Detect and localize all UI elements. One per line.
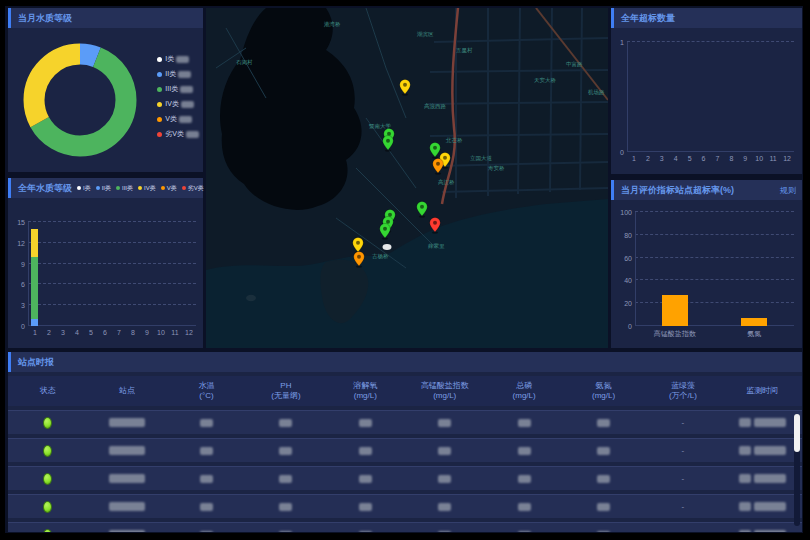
map-label: 石闵村 <box>236 59 253 66</box>
y-tick: 40 <box>624 277 635 284</box>
rate-bar-氨氮[interactable] <box>741 318 767 326</box>
rule-link[interactable]: 规则 <box>780 185 796 196</box>
legend-dot <box>96 186 100 190</box>
cell-高锰酸盐指数 <box>405 475 484 483</box>
year-exceed-chart[interactable]: 01123456789101112 <box>627 42 794 152</box>
map-label: 高江桥 <box>438 179 455 186</box>
map-selected-marker <box>383 244 392 250</box>
legend-item-V类[interactable]: V类 <box>157 114 199 124</box>
table-row[interactable]: - <box>8 438 802 462</box>
col-header-水温: 水温(°C) <box>167 381 246 402</box>
table-row[interactable]: - <box>8 522 802 532</box>
legend-item-IV类[interactable]: IV类 <box>138 184 156 193</box>
x-tick: 高锰酸盐指数 <box>654 329 696 339</box>
legend-label: II类 <box>165 69 176 79</box>
x-tick: 7 <box>117 329 121 336</box>
cell-氨氮 <box>564 419 643 427</box>
legend-label: V类 <box>167 184 177 193</box>
stack-bar-III类[interactable] <box>31 257 38 319</box>
panel-title: 全年水质等级 <box>18 182 72 195</box>
donut-chart[interactable] <box>8 28 158 172</box>
x-tick: 氨氮 <box>747 329 761 339</box>
legend-dot <box>138 186 142 190</box>
table-header-row: 状态站点水温(°C)PH(无量纲)溶解氧(mg/L)高锰酸盐指数(mg/L)总磷… <box>8 376 802 406</box>
cell-监测时间 <box>723 530 802 532</box>
cell-PH <box>246 419 325 427</box>
legend-dot <box>116 186 120 190</box>
cell-PH <box>246 531 325 533</box>
legend-item-劣V类[interactable]: 劣V类 <box>182 184 204 193</box>
cell-高锰酸盐指数 <box>405 419 484 427</box>
table-row[interactable]: - <box>8 494 802 518</box>
redacted-value <box>359 447 372 455</box>
month-rate-chart[interactable]: 020406080100高锰酸盐指数氨氮 <box>635 212 794 326</box>
legend-dot <box>77 186 81 190</box>
legend-label: 劣V类 <box>165 129 184 139</box>
panel-month-quality-header: 当月水质等级 <box>8 8 203 28</box>
y-tick: 9 <box>21 260 28 267</box>
y-tick: 0 <box>21 323 28 330</box>
map-label: 薛家里 <box>428 243 445 249</box>
legend-label: 劣V类 <box>188 184 204 193</box>
cell-高锰酸盐指数 <box>405 503 484 511</box>
legend-label: I类 <box>83 184 91 193</box>
redacted-value <box>279 447 292 455</box>
col-header-溶解氧: 溶解氧(mg/L) <box>326 381 405 402</box>
legend-item-II类[interactable]: II类 <box>96 184 111 193</box>
redacted-value <box>597 503 610 511</box>
x-tick: 5 <box>89 329 93 336</box>
col-header-蓝绿藻: 蓝绿藻(万个/L) <box>643 381 722 402</box>
redacted-value <box>181 101 194 108</box>
panel-year-exceed: 全年超标数量 01123456789101112 <box>611 8 802 174</box>
x-tick: 6 <box>702 155 706 162</box>
stack-bar-IV类[interactable] <box>31 229 38 257</box>
cell-蓝绿藻: - <box>643 502 722 511</box>
year-quality-chart[interactable]: 03691215123456789101112 <box>28 222 196 326</box>
x-tick: 9 <box>145 329 149 336</box>
redacted-value <box>200 447 213 455</box>
legend-dot <box>157 117 162 122</box>
x-tick: 1 <box>33 329 37 336</box>
cell-蓝绿藻: - <box>643 446 722 455</box>
redacted-value <box>754 418 786 427</box>
redacted-value <box>739 502 751 511</box>
cell-氨氮 <box>564 531 643 533</box>
legend-item-I类[interactable]: I类 <box>77 184 91 193</box>
legend-item-III类[interactable]: III类 <box>116 184 133 193</box>
legend-item-III类[interactable]: III类 <box>157 84 199 94</box>
table-row[interactable]: - <box>8 466 802 490</box>
legend-item-I类[interactable]: I类 <box>157 54 199 64</box>
col-header-监测时间: 监测时间 <box>723 386 802 396</box>
stack-bar-II类[interactable] <box>31 319 38 326</box>
redacted-value <box>597 447 610 455</box>
redacted-value <box>518 419 531 427</box>
rate-bar-高锰酸盐指数[interactable] <box>662 295 688 326</box>
map-island <box>246 295 256 301</box>
redacted-value <box>754 474 786 483</box>
panel-station-table: 站点时报 状态站点水温(°C)PH(无量纲)溶解氧(mg/L)高锰酸盐指数(mg… <box>8 352 802 532</box>
redacted-value <box>279 475 292 483</box>
redacted-value <box>739 474 751 483</box>
legend-item-II类[interactable]: II类 <box>157 69 199 79</box>
y-tick: 6 <box>21 281 28 288</box>
legend-label: III类 <box>165 84 178 94</box>
table-row[interactable]: - <box>8 410 802 434</box>
x-tick: 5 <box>688 155 692 162</box>
redacted-value <box>200 419 213 427</box>
redacted-value <box>180 86 193 93</box>
x-tick: 9 <box>743 155 747 162</box>
table-scrollbar-thumb[interactable] <box>794 414 800 452</box>
legend-item-IV类[interactable]: IV类 <box>157 99 199 109</box>
legend-dot <box>157 132 162 137</box>
cell-状态 <box>8 417 87 429</box>
redacted-value <box>739 446 751 455</box>
cell-蓝绿藻: - <box>643 474 722 483</box>
map-label: 中富路 <box>566 61 583 67</box>
panel-title: 全年超标数量 <box>621 12 675 25</box>
cell-水温 <box>167 475 246 483</box>
x-tick: 8 <box>729 155 733 162</box>
panel-title: 当月评价指标站点超标率(%) <box>621 184 734 197</box>
legend-item-V类[interactable]: V类 <box>161 184 177 193</box>
legend-item-劣V类[interactable]: 劣V类 <box>157 129 199 139</box>
map-canvas[interactable]: 石闵村港湾桥五星村湖滨区中富路高浪西路暨南大学北芒桥立国大道寿安桥天安大桥机场路… <box>206 8 608 348</box>
